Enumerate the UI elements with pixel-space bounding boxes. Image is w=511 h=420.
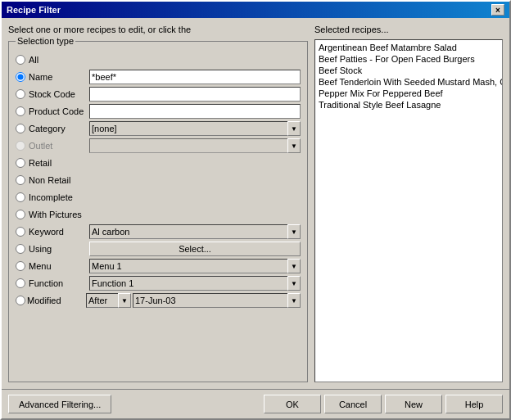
outlet-dropdown[interactable]: [89, 138, 301, 153]
group-legend: Selection type: [16, 36, 75, 46]
radio-row-outlet: Outlet ▼: [16, 138, 301, 154]
radio-menu[interactable]: [16, 261, 25, 271]
cancel-button[interactable]: Cancel: [324, 395, 382, 413]
radio-row-function: Function Function 1 ▼: [16, 275, 301, 291]
radio-row-product-code: Product Code: [16, 103, 301, 120]
radio-row-with-pictures: With Pictures: [16, 206, 301, 223]
modified-qualifier-dropdown[interactable]: After Before: [86, 293, 131, 308]
radio-row-all: All: [16, 52, 301, 68]
menu-dropdown[interactable]: Menu 1: [89, 259, 301, 273]
instruction-text: Select one or more recipes to edit, or c…: [8, 25, 308, 34]
list-item: Pepper Mix For Peppered Beef: [317, 88, 500, 99]
radio-incomplete[interactable]: [16, 192, 25, 202]
radio-row-retail: Retail: [16, 155, 301, 171]
modified-qualifier-wrapper: After Before ▼: [86, 293, 131, 308]
function-dropdown[interactable]: Function 1: [89, 276, 301, 291]
recipe-filter-window: Recipe Filter × Select one or more recip…: [0, 0, 511, 420]
radio-row-stock-code: Stock Code: [16, 86, 301, 102]
radio-outlet[interactable]: [16, 141, 25, 151]
product-code-input[interactable]: [89, 104, 301, 119]
label-all: All: [29, 55, 86, 65]
label-outlet: Outlet: [29, 141, 86, 151]
label-product-code: Product Code: [29, 106, 86, 116]
radio-row-menu: Menu Menu 1 ▼: [16, 258, 301, 274]
radio-name[interactable]: [16, 72, 25, 82]
label-incomplete: Incomplete: [29, 192, 86, 202]
label-using: Using: [29, 244, 86, 254]
label-retail: Retail: [29, 158, 86, 168]
label-menu: Menu: [29, 261, 86, 271]
radio-keyword[interactable]: [16, 227, 25, 237]
label-with-pictures: With Pictures: [29, 210, 86, 219]
category-dropdown-wrapper: [none] ▼: [89, 121, 301, 136]
selection-type-group: Selection type All Name: [8, 41, 308, 382]
list-item: Traditional Style Beef Lasagne: [317, 99, 500, 111]
radio-using[interactable]: [16, 244, 25, 254]
label-non-retail: Non Retail: [29, 175, 86, 185]
outlet-dropdown-wrapper: ▼: [89, 138, 301, 153]
list-item: Beef Stock: [317, 65, 500, 76]
list-item: Argentinean Beef Matambre Salad: [317, 42, 500, 53]
radio-row-name: Name: [16, 69, 301, 85]
advanced-filtering-button[interactable]: Advanced Filtering...: [8, 395, 111, 413]
radio-row-using: Using Select...: [16, 241, 301, 257]
window-title: Recipe Filter: [7, 5, 61, 15]
selected-recipes-list: Argentinean Beef Matambre Salad Beef Pat…: [314, 39, 503, 382]
left-panel: Select one or more recipes to edit, or c…: [8, 25, 308, 382]
radio-function[interactable]: [16, 278, 25, 288]
radio-product-code[interactable]: [16, 106, 25, 116]
close-button[interactable]: ×: [491, 4, 504, 16]
label-stock-code: Stock Code: [29, 89, 86, 99]
radio-modified[interactable]: [16, 296, 25, 305]
right-panel: Selected recipes... Argentinean Beef Mat…: [314, 25, 503, 382]
list-item: Beef Patties - For Open Faced Burgers: [317, 53, 500, 65]
radio-non-retail[interactable]: [16, 175, 25, 185]
radio-with-pictures[interactable]: [16, 210, 25, 219]
ok-button[interactable]: OK: [264, 395, 321, 413]
label-modified: Modified: [27, 296, 84, 305]
menu-dropdown-wrapper: Menu 1 ▼: [89, 259, 301, 273]
footer: Advanced Filtering... OK Cancel New Help: [2, 389, 509, 418]
modified-date-wrapper: 17-Jun-03 ▼: [133, 293, 301, 308]
radio-row-incomplete: Incomplete: [16, 189, 301, 205]
radio-all[interactable]: [16, 55, 25, 65]
keyword-dropdown[interactable]: Al carbon: [89, 224, 301, 239]
function-dropdown-wrapper: Function 1 ▼: [89, 276, 301, 291]
label-keyword: Keyword: [29, 227, 86, 237]
footer-right-buttons: OK Cancel New Help: [264, 395, 503, 413]
list-item: Beef Tenderloin With Seeded Mustard Mash…: [317, 76, 500, 88]
modified-date-dropdown[interactable]: 17-Jun-03: [133, 293, 301, 308]
radio-category[interactable]: [16, 124, 25, 133]
category-dropdown[interactable]: [none]: [89, 121, 301, 136]
label-category: Category: [29, 124, 86, 133]
keyword-dropdown-wrapper: Al carbon ▼: [89, 224, 301, 239]
radio-retail[interactable]: [16, 158, 25, 168]
selected-recipes-label: Selected recipes...: [314, 25, 503, 34]
radio-stock-code[interactable]: [16, 89, 25, 99]
radio-row-modified: Modified After Before ▼ 17-Jun-03: [16, 292, 301, 309]
new-button[interactable]: New: [385, 395, 442, 413]
label-function: Function: [29, 278, 86, 288]
using-select-button[interactable]: Select...: [89, 242, 301, 256]
name-input[interactable]: [89, 70, 301, 84]
radio-row-category: Category [none] ▼: [16, 120, 301, 137]
stock-code-input[interactable]: [89, 87, 301, 102]
help-button[interactable]: Help: [445, 395, 503, 413]
title-bar: Recipe Filter ×: [2, 2, 509, 18]
radio-row-non-retail: Non Retail: [16, 172, 301, 188]
radio-row-keyword: Keyword Al carbon ▼: [16, 224, 301, 240]
label-name: Name: [29, 72, 86, 82]
